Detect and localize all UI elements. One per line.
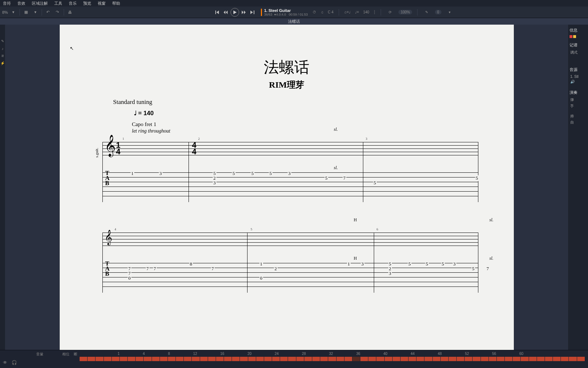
letring-label: let ring throughout	[132, 128, 514, 134]
fret[interactable]: 5	[408, 261, 412, 267]
fret[interactable]: 5	[373, 180, 377, 186]
fret[interactable]: 7	[211, 266, 215, 272]
rp-notation-header[interactable]: 记谱	[570, 42, 587, 48]
lt-edit[interactable]: ✎	[1, 39, 5, 43]
fret[interactable]: 5	[232, 171, 236, 176]
rp-sound-header[interactable]: 音源	[570, 67, 587, 72]
fret[interactable]: 5	[269, 171, 273, 176]
tuning-icon[interactable]: ♫	[321, 10, 323, 14]
lt-auto[interactable]: ⚡	[1, 61, 5, 65]
measure-num-1: 1	[123, 137, 124, 141]
fret[interactable]: 5	[441, 261, 445, 267]
redo-icon[interactable]: ↷	[54, 8, 62, 16]
tab-label-2: TAB	[105, 261, 110, 276]
mouse-cursor: ↖	[70, 46, 74, 51]
layout-dropdown-icon[interactable]: ▾	[31, 8, 39, 16]
rp-p1[interactable]: 弹	[570, 97, 587, 103]
fret[interactable]: 7	[343, 175, 347, 181]
fret[interactable]: 5	[425, 261, 429, 267]
menu-tools[interactable]: 工具	[54, 1, 62, 6]
skip-end-icon[interactable]	[249, 8, 257, 16]
lt-fx[interactable]: ≋	[1, 54, 5, 57]
fret[interactable]: 0	[128, 275, 132, 281]
rp-p2[interactable]: 手	[570, 104, 587, 109]
fret[interactable]: 7	[486, 266, 490, 272]
instrument-label: s.guit.	[94, 148, 99, 158]
menu-effect[interactable]: 音效	[17, 1, 25, 6]
document-tab[interactable]: 法螺话	[0, 18, 588, 25]
forward-icon[interactable]	[240, 8, 248, 16]
track-name[interactable]: Steel Guitar	[268, 8, 291, 13]
loop-speed[interactable]: 100%	[398, 10, 412, 14]
tempo-slider-icon[interactable]: ┆	[373, 10, 376, 14]
visibility-icon[interactable]: 👁	[3, 360, 7, 365]
rp-p4[interactable]: 自	[570, 120, 587, 125]
tempo-icon: ♩=	[355, 10, 359, 14]
rp-track1[interactable]: 1. Stl	[570, 75, 587, 79]
undo-icon[interactable]: ↶	[44, 8, 52, 16]
fret[interactable]: 1	[347, 261, 351, 267]
lt-note[interactable]: ♪	[1, 47, 5, 51]
transpose-dropdown[interactable]: ▾	[446, 8, 454, 16]
transpose-value[interactable]: 0	[435, 10, 441, 14]
zoom-dropdown-icon[interactable]: ▾	[9, 8, 17, 16]
rp-color-swatches[interactable]	[570, 35, 587, 38]
fret[interactable]: 1	[131, 171, 135, 176]
fret[interactable]: 3	[453, 261, 457, 267]
fret[interactable]: 3	[361, 261, 365, 267]
timeline-ruler: 14812162024283236404448525660	[80, 352, 523, 356]
fret[interactable]: 5	[475, 175, 479, 181]
system-1: s.guit. 𝄞 TAB 14 44 1 2 3 sl. sl. 1 3	[102, 137, 478, 202]
slide-annotation-2b: sl.	[490, 256, 494, 261]
bar-counter: 36/63	[264, 13, 272, 16]
fret[interactable]: 5	[471, 266, 475, 272]
timeline-bars[interactable]	[80, 357, 585, 361]
skip-start-icon[interactable]	[213, 8, 221, 16]
capo-label: Capo fret 1	[132, 121, 514, 127]
rp-perform-header[interactable]: 演奏	[570, 90, 587, 95]
note-equals-icon: ♫=♩	[344, 10, 351, 14]
play-button[interactable]	[230, 8, 239, 17]
menu-section[interactable]: 区域注解	[32, 1, 48, 6]
metronome-icon[interactable]: ⏱	[313, 10, 316, 14]
right-panel: 信息 记谱 调式 音源 1. Stl 🔊 演奏 弹 手 持 自	[568, 25, 588, 350]
fret[interactable]: 5	[251, 171, 255, 176]
timesig-2: 44	[192, 142, 196, 155]
time-display: 00:59 / 01:53	[289, 13, 308, 16]
zoom-field[interactable]: 8%	[2, 10, 8, 14]
measure-num-4: 4	[115, 227, 117, 231]
menu-preview[interactable]: 预览	[83, 1, 91, 6]
fret[interactable]: 3	[288, 171, 292, 176]
fret[interactable]: 0	[259, 275, 263, 281]
rp-speaker-icon[interactable]: 🔊	[570, 80, 587, 84]
fret[interactable]: 7	[146, 266, 150, 272]
menu-help[interactable]: 帮助	[112, 1, 120, 6]
loop-icon[interactable]: ⟳	[386, 8, 394, 16]
fret[interactable]: 8	[189, 261, 193, 267]
menu-note[interactable]: 音符	[3, 1, 11, 6]
fret[interactable]: 2	[274, 266, 278, 272]
hammer-annotation: H	[354, 217, 357, 223]
fret[interactable]: 5	[325, 175, 329, 181]
fret[interactable]: 3	[388, 271, 392, 276]
tl-cut-label: 断	[74, 352, 77, 357]
headphones-icon[interactable]: 🎧	[12, 360, 17, 365]
fret[interactable]: 7	[153, 266, 157, 272]
menu-music[interactable]: 音乐	[69, 1, 77, 6]
rp-p3[interactable]: 持	[570, 114, 587, 119]
tl-vol-label: 音量	[36, 352, 43, 357]
timeline[interactable]: 👁 🎧 音量 相位 断 1481216202428323640444852566…	[0, 350, 588, 368]
fret[interactable]: 1	[259, 261, 263, 267]
layout-icon[interactable]: ▦	[22, 8, 30, 16]
score-page: ↖ 法螺话 RIM理芽 Standard tuning ♩ = 140 Capo…	[60, 25, 514, 350]
menu-window[interactable]: 视窗	[98, 1, 106, 6]
fret[interactable]: 3	[213, 180, 217, 186]
score-viewport[interactable]: ↖ 法螺话 RIM理芽 Standard tuning ♩ = 140 Capo…	[5, 25, 568, 350]
pencil-icon[interactable]: ✎	[423, 8, 431, 16]
rp-info-header[interactable]: 信息	[570, 28, 587, 33]
rp-tune[interactable]: 调式	[570, 50, 587, 55]
print-icon[interactable]: 🖶	[66, 8, 74, 16]
rewind-icon[interactable]	[222, 8, 230, 16]
fret[interactable]: 3	[159, 171, 163, 176]
tempo-value[interactable]: 140	[363, 10, 369, 14]
